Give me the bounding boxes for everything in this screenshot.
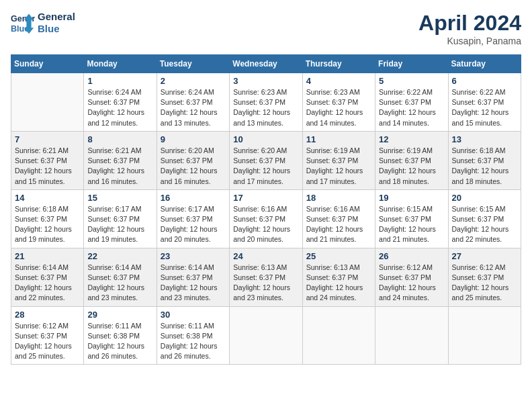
day-cell: 9Sunrise: 6:20 AM Sunset: 6:37 PM Daylig… [157, 131, 229, 189]
day-info: Sunrise: 6:19 AM Sunset: 6:37 PM Dayligh… [379, 146, 444, 187]
day-info: Sunrise: 6:21 AM Sunset: 6:37 PM Dayligh… [87, 146, 152, 187]
day-number: 24 [233, 251, 298, 261]
day-cell: 16Sunrise: 6:17 AM Sunset: 6:37 PM Dayli… [157, 189, 229, 248]
day-cell: 25Sunrise: 6:13 AM Sunset: 6:37 PM Dayli… [302, 248, 375, 306]
day-cell: 17Sunrise: 6:16 AM Sunset: 6:37 PM Dayli… [230, 189, 302, 248]
day-cell: 26Sunrise: 6:12 AM Sunset: 6:37 PM Dayli… [375, 248, 448, 306]
day-info: Sunrise: 6:19 AM Sunset: 6:37 PM Dayligh… [306, 146, 371, 187]
title-block: April 2024 Kusapin, Panama [418, 11, 521, 46]
day-number: 16 [161, 193, 226, 203]
day-cell: 11Sunrise: 6:19 AM Sunset: 6:37 PM Dayli… [302, 131, 375, 189]
week-row-4: 21Sunrise: 6:14 AM Sunset: 6:37 PM Dayli… [11, 248, 521, 306]
day-info: Sunrise: 6:24 AM Sunset: 6:37 PM Dayligh… [161, 87, 226, 128]
day-info: Sunrise: 6:17 AM Sunset: 6:37 PM Dayligh… [87, 204, 152, 245]
day-info: Sunrise: 6:20 AM Sunset: 6:37 PM Dayligh… [233, 146, 298, 187]
header-cell-saturday: Saturday [448, 55, 521, 73]
day-number: 10 [233, 134, 298, 144]
day-info: Sunrise: 6:13 AM Sunset: 6:37 PM Dayligh… [306, 263, 371, 304]
day-info: Sunrise: 6:12 AM Sunset: 6:37 PM Dayligh… [452, 263, 517, 304]
day-number: 7 [15, 134, 80, 144]
day-cell: 29Sunrise: 6:11 AM Sunset: 6:38 PM Dayli… [84, 306, 157, 365]
day-number: 13 [452, 134, 517, 144]
day-number: 3 [233, 76, 298, 86]
day-cell: 30Sunrise: 6:11 AM Sunset: 6:38 PM Dayli… [157, 306, 229, 365]
day-cell [302, 306, 375, 365]
day-cell: 20Sunrise: 6:15 AM Sunset: 6:37 PM Dayli… [448, 189, 521, 248]
day-cell: 27Sunrise: 6:12 AM Sunset: 6:37 PM Dayli… [448, 248, 521, 306]
day-number: 8 [87, 134, 152, 144]
day-number: 25 [306, 251, 371, 261]
day-number: 30 [161, 310, 226, 320]
day-number: 11 [306, 134, 371, 144]
day-cell: 3Sunrise: 6:23 AM Sunset: 6:37 PM Daylig… [230, 73, 302, 132]
day-number: 17 [233, 193, 298, 203]
calendar-table: SundayMondayTuesdayWednesdayThursdayFrid… [11, 54, 521, 365]
header-row: SundayMondayTuesdayWednesdayThursdayFrid… [11, 55, 521, 73]
day-cell: 14Sunrise: 6:18 AM Sunset: 6:37 PM Dayli… [11, 189, 84, 248]
calendar-header: SundayMondayTuesdayWednesdayThursdayFrid… [11, 55, 521, 73]
month-title: April 2024 [418, 11, 521, 36]
day-cell [448, 306, 521, 365]
day-info: Sunrise: 6:12 AM Sunset: 6:37 PM Dayligh… [379, 263, 444, 304]
week-row-1: 1Sunrise: 6:24 AM Sunset: 6:37 PM Daylig… [11, 73, 521, 132]
day-info: Sunrise: 6:16 AM Sunset: 6:37 PM Dayligh… [306, 204, 371, 245]
day-number: 20 [452, 193, 517, 203]
day-cell: 4Sunrise: 6:23 AM Sunset: 6:37 PM Daylig… [302, 73, 375, 132]
day-info: Sunrise: 6:20 AM Sunset: 6:37 PM Dayligh… [161, 146, 226, 187]
day-cell: 1Sunrise: 6:24 AM Sunset: 6:37 PM Daylig… [84, 73, 157, 132]
day-info: Sunrise: 6:13 AM Sunset: 6:37 PM Dayligh… [233, 263, 298, 304]
day-info: Sunrise: 6:22 AM Sunset: 6:37 PM Dayligh… [452, 87, 517, 128]
logo-general: General [38, 11, 75, 23]
day-info: Sunrise: 6:24 AM Sunset: 6:37 PM Dayligh… [87, 87, 152, 128]
day-cell: 23Sunrise: 6:14 AM Sunset: 6:37 PM Dayli… [157, 248, 229, 306]
day-info: Sunrise: 6:12 AM Sunset: 6:37 PM Dayligh… [15, 321, 80, 362]
day-info: Sunrise: 6:21 AM Sunset: 6:37 PM Dayligh… [15, 146, 80, 187]
day-info: Sunrise: 6:11 AM Sunset: 6:38 PM Dayligh… [161, 321, 226, 362]
day-info: Sunrise: 6:14 AM Sunset: 6:37 PM Dayligh… [87, 263, 152, 304]
header-cell-thursday: Thursday [302, 55, 375, 73]
day-cell: 7Sunrise: 6:21 AM Sunset: 6:37 PM Daylig… [11, 131, 84, 189]
location-subtitle: Kusapin, Panama [418, 36, 521, 46]
day-number: 26 [379, 251, 444, 261]
day-cell: 18Sunrise: 6:16 AM Sunset: 6:37 PM Dayli… [302, 189, 375, 248]
day-number: 22 [87, 251, 152, 261]
day-info: Sunrise: 6:23 AM Sunset: 6:37 PM Dayligh… [233, 87, 298, 128]
day-number: 19 [379, 193, 444, 203]
day-cell: 5Sunrise: 6:22 AM Sunset: 6:37 PM Daylig… [375, 73, 448, 132]
header-cell-friday: Friday [375, 55, 448, 73]
day-number: 4 [306, 76, 371, 86]
day-cell: 12Sunrise: 6:19 AM Sunset: 6:37 PM Dayli… [375, 131, 448, 189]
day-info: Sunrise: 6:15 AM Sunset: 6:37 PM Dayligh… [452, 204, 517, 245]
day-info: Sunrise: 6:15 AM Sunset: 6:37 PM Dayligh… [379, 204, 444, 245]
day-cell: 8Sunrise: 6:21 AM Sunset: 6:37 PM Daylig… [84, 131, 157, 189]
day-cell: 19Sunrise: 6:15 AM Sunset: 6:37 PM Dayli… [375, 189, 448, 248]
day-number: 15 [87, 193, 152, 203]
header-cell-tuesday: Tuesday [157, 55, 229, 73]
day-number: 18 [306, 193, 371, 203]
page-header: General Blue General Blue April 2024 Kus… [11, 11, 521, 46]
day-cell: 2Sunrise: 6:24 AM Sunset: 6:37 PM Daylig… [157, 73, 229, 132]
day-info: Sunrise: 6:22 AM Sunset: 6:37 PM Dayligh… [379, 87, 444, 128]
day-number: 1 [87, 76, 152, 86]
header-cell-wednesday: Wednesday [230, 55, 302, 73]
day-cell: 6Sunrise: 6:22 AM Sunset: 6:37 PM Daylig… [448, 73, 521, 132]
day-cell: 21Sunrise: 6:14 AM Sunset: 6:37 PM Dayli… [11, 248, 84, 306]
day-number: 12 [379, 134, 444, 144]
day-number: 29 [87, 310, 152, 320]
day-number: 14 [15, 193, 80, 203]
day-cell: 13Sunrise: 6:18 AM Sunset: 6:37 PM Dayli… [448, 131, 521, 189]
day-number: 5 [379, 76, 444, 86]
day-cell: 24Sunrise: 6:13 AM Sunset: 6:37 PM Dayli… [230, 248, 302, 306]
header-cell-monday: Monday [84, 55, 157, 73]
day-cell [230, 306, 302, 365]
week-row-5: 28Sunrise: 6:12 AM Sunset: 6:37 PM Dayli… [11, 306, 521, 365]
calendar-body: 1Sunrise: 6:24 AM Sunset: 6:37 PM Daylig… [11, 73, 521, 365]
day-number: 6 [452, 76, 517, 86]
day-info: Sunrise: 6:16 AM Sunset: 6:37 PM Dayligh… [233, 204, 298, 245]
day-number: 23 [161, 251, 226, 261]
day-info: Sunrise: 6:14 AM Sunset: 6:37 PM Dayligh… [15, 263, 80, 304]
day-info: Sunrise: 6:17 AM Sunset: 6:37 PM Dayligh… [161, 204, 226, 245]
day-info: Sunrise: 6:18 AM Sunset: 6:37 PM Dayligh… [15, 204, 80, 245]
day-cell [11, 73, 84, 132]
day-info: Sunrise: 6:18 AM Sunset: 6:37 PM Dayligh… [452, 146, 517, 187]
